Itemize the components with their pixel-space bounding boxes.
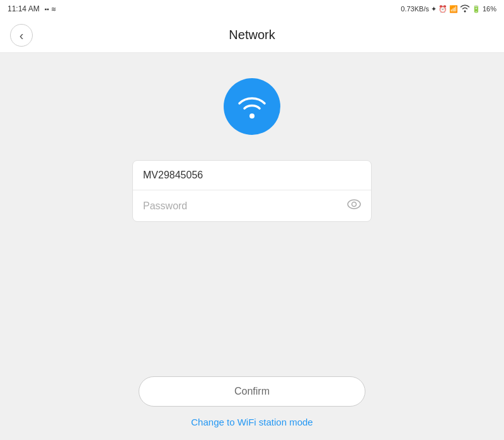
battery-percent: 16% bbox=[483, 5, 496, 13]
bluetooth-icon: ✦ bbox=[431, 5, 437, 13]
wifi-icon-circle bbox=[224, 78, 280, 135]
confirm-button[interactable]: Confirm bbox=[139, 376, 365, 407]
change-mode-link[interactable]: Change to WiFi station mode bbox=[191, 417, 312, 427]
main-content: Confirm Change to WiFi station mode bbox=[0, 53, 504, 440]
svg-point-2 bbox=[352, 202, 357, 207]
status-right: 0.73KB/s ✦ ⏰ 📶 🔋 16% bbox=[401, 4, 496, 14]
alarm-icon: ⏰ bbox=[438, 5, 447, 13]
confirm-button-label: Confirm bbox=[234, 386, 270, 397]
password-row bbox=[133, 190, 371, 221]
back-chevron-icon: ‹ bbox=[20, 29, 24, 42]
notification-icons: ▪▪ ≋ bbox=[45, 6, 56, 13]
time-display: 11:14 AM bbox=[8, 4, 40, 13]
password-input[interactable] bbox=[143, 200, 347, 212]
toggle-password-icon[interactable] bbox=[347, 199, 361, 212]
signal-icon: 📶 bbox=[449, 5, 458, 13]
svg-point-1 bbox=[348, 200, 360, 209]
header: ‹ Network bbox=[0, 18, 504, 53]
svg-point-0 bbox=[249, 113, 255, 119]
wifi-icon bbox=[236, 93, 268, 120]
wifi-status-icon bbox=[460, 4, 470, 14]
page-title: Network bbox=[229, 28, 275, 42]
status-bar: 11:14 AM ▪▪ ≋ 0.73KB/s ✦ ⏰ 📶 🔋 16% bbox=[0, 0, 504, 18]
back-button[interactable]: ‹ bbox=[10, 24, 33, 47]
status-left: 11:14 AM ▪▪ ≋ bbox=[8, 4, 56, 13]
form-card bbox=[132, 160, 372, 222]
network-name-input[interactable] bbox=[143, 170, 361, 181]
change-mode-label: Change to WiFi station mode bbox=[191, 417, 312, 427]
battery-icon: 🔋 bbox=[472, 5, 481, 13]
network-name-row bbox=[133, 161, 371, 190]
speed-display: 0.73KB/s bbox=[401, 5, 429, 13]
